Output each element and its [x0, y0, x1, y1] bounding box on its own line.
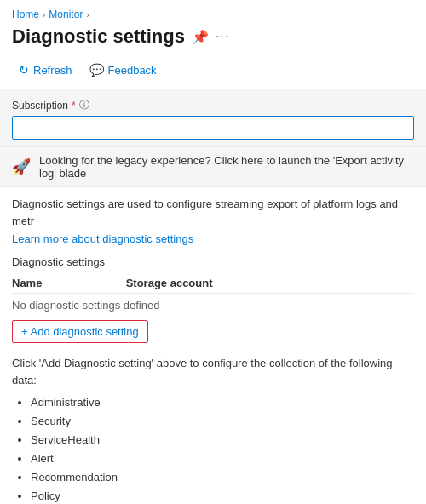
collection-desc-text: Click 'Add Diagnostic setting' above to …: [12, 355, 414, 388]
list-item: Recommendation: [31, 468, 414, 487]
pin-icon[interactable]: 📌: [192, 29, 209, 45]
promo-text: Looking for the legacy experience? Click…: [39, 154, 414, 180]
breadcrumb-chevron2: ›: [86, 10, 89, 20]
ellipsis-icon[interactable]: ···: [216, 29, 229, 44]
toolbar: ↻ Refresh 💬 Feedback: [0, 54, 426, 89]
breadcrumb-home[interactable]: Home: [12, 9, 39, 20]
list-item: ServiceHealth: [31, 431, 414, 450]
list-item: Administrative: [31, 393, 414, 412]
required-star: *: [72, 100, 76, 112]
table-row-empty: No diagnostic settings defined: [12, 294, 414, 318]
promo-banner: 🚀 Looking for the legacy experience? Cli…: [0, 147, 426, 187]
rocket-icon: 🚀: [12, 158, 31, 176]
description-text: Diagnostic settings are used to configur…: [12, 196, 414, 229]
refresh-label: Refresh: [33, 64, 72, 77]
breadcrumb-chevron1: ›: [43, 10, 45, 20]
add-diagnostic-setting-button[interactable]: + Add diagnostic setting: [12, 320, 148, 343]
feedback-icon: 💬: [89, 63, 104, 77]
list-item: Policy: [31, 487, 414, 504]
info-icon[interactable]: ⓘ: [79, 98, 89, 112]
list-item: Alert: [31, 450, 414, 468]
page-title-row: Diagnostic settings 📌 ···: [0, 24, 426, 54]
subscription-input[interactable]: [12, 116, 414, 140]
refresh-button[interactable]: ↻ Refresh: [12, 60, 79, 80]
refresh-icon: ↻: [19, 63, 29, 77]
collection-description: Click 'Add Diagnostic setting' above to …: [12, 355, 414, 504]
column-name: Name: [12, 273, 126, 294]
subscription-text: Subscription: [12, 100, 68, 112]
subscription-section: Subscription * ⓘ: [0, 89, 426, 147]
empty-message: No diagnostic settings defined: [12, 294, 414, 318]
breadcrumb: Home › Monitor ›: [0, 0, 426, 24]
learn-more-link[interactable]: Learn more about diagnostic settings: [12, 232, 193, 245]
diag-table: Name Storage account No diagnostic setti…: [12, 273, 414, 317]
main-content: Diagnostic settings are used to configur…: [0, 187, 426, 504]
data-list: AdministrativeSecurityServiceHealthAlert…: [12, 393, 414, 504]
breadcrumb-monitor[interactable]: Monitor: [49, 9, 83, 20]
feedback-button[interactable]: 💬 Feedback: [83, 60, 164, 80]
page-title: Diagnostic settings: [12, 26, 185, 48]
diag-settings-title: Diagnostic settings: [12, 255, 414, 268]
diag-settings-section: Diagnostic settings Name Storage account…: [12, 255, 414, 343]
column-storage: Storage account: [126, 273, 414, 294]
list-item: Security: [31, 412, 414, 431]
subscription-label: Subscription * ⓘ: [12, 98, 414, 112]
feedback-label: Feedback: [108, 64, 157, 77]
